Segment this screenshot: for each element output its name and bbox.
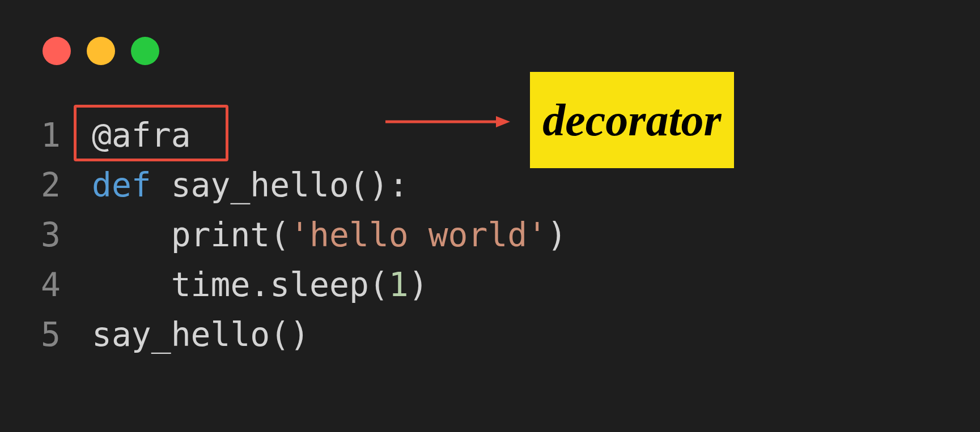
line-number: 5 — [41, 315, 61, 354]
code-line: 2def say_hello(): — [41, 160, 567, 210]
code-token: 'hello world' — [290, 216, 547, 254]
line-number: 4 — [41, 266, 61, 304]
code-content: say_hello() — [92, 315, 309, 354]
code-token: 1 — [389, 266, 409, 304]
code-token: time.sleep( — [92, 266, 389, 304]
highlight-box — [74, 105, 228, 161]
code-line: 4 time.sleep(1) — [41, 260, 567, 310]
code-token: print( — [92, 216, 290, 254]
line-number: 2 — [41, 166, 61, 204]
code-token: say_hello(): — [151, 166, 409, 204]
close-icon[interactable] — [43, 37, 71, 65]
decorator-annotation-label: decorator — [530, 72, 734, 168]
line-number: 3 — [41, 216, 61, 254]
arrow-icon — [385, 113, 510, 130]
code-line: 3 print('hello world') — [41, 210, 567, 260]
minimize-icon[interactable] — [87, 37, 115, 65]
code-line: 5say_hello() — [41, 310, 567, 360]
code-content: print('hello world') — [92, 216, 567, 254]
code-token: say_hello() — [92, 315, 309, 354]
code-content: time.sleep(1) — [92, 266, 429, 304]
window-controls — [43, 37, 159, 65]
code-token: ) — [547, 216, 567, 254]
code-token: def — [92, 166, 151, 204]
line-number: 1 — [41, 116, 61, 155]
svg-marker-1 — [496, 116, 510, 127]
code-token: ) — [409, 266, 429, 304]
decorator-label-text: decorator — [542, 95, 722, 146]
maximize-icon[interactable] — [131, 37, 159, 65]
code-content: def say_hello(): — [92, 166, 409, 204]
